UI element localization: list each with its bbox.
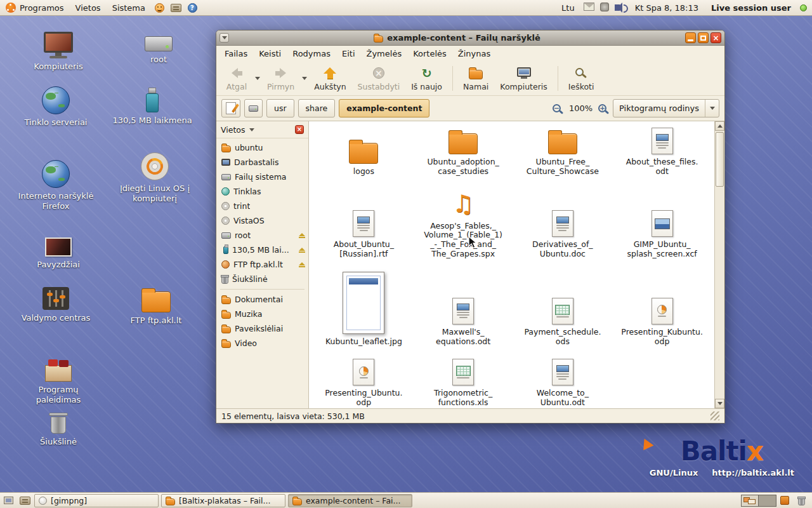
menu-sistema[interactable]: Sistema <box>107 0 151 15</box>
sidebar-item-muzika[interactable]: Muzika <box>216 307 308 321</box>
desktop-icon-kompiuteris[interactable]: Kompiuteris <box>18 32 99 72</box>
desktop-icon-ftp-ftp-akl-lt[interactable]: FTP ftp.akl.lt <box>115 287 197 326</box>
file-view[interactable]: logosUbuntu_adoption_ case_studiesUbuntu… <box>309 121 714 408</box>
path-segment-example-content[interactable]: example-content <box>339 99 429 117</box>
menubar-rodymas[interactable]: Rodymas <box>287 46 336 62</box>
presence-status-icon[interactable] <box>800 4 807 11</box>
sidebar-item-ubuntu[interactable]: ubuntu <box>216 140 308 155</box>
zoom-out-button[interactable] <box>553 104 563 112</box>
clock[interactable]: Kt Spa 8, 18:13 <box>631 3 702 13</box>
eject-button[interactable] <box>299 233 305 238</box>
scroll-down-button[interactable] <box>715 399 724 408</box>
volume-tray-button[interactable] <box>615 3 626 13</box>
scrollbar-thumb[interactable] <box>716 132 724 187</box>
sidebar-item-130-5-mb-lai[interactable]: 130,5 MB lai... <box>216 243 308 257</box>
taskbar-item-example-content-fai[interactable]: example-content – Fai... <box>288 494 412 507</box>
window-menu-button[interactable] <box>219 33 229 43</box>
file-ubuntu-free[interactable]: Ubuntu_Free_ Culture_Showcase <box>513 129 613 177</box>
taskbar-item-baltix-plakatas-fail[interactable]: [Baltix-plakatas – Fail... <box>161 494 285 507</box>
titlebar[interactable]: example-content – Failų naršyklė × <box>216 30 724 46</box>
view-mode-selector[interactable]: Piktogramų rodinys <box>613 99 719 117</box>
menubar-inynas[interactable]: Žinynas <box>452 46 496 62</box>
sidebar-item-tinklas[interactable]: Tinklas <box>216 184 308 199</box>
input-tray-button[interactable] <box>600 3 609 13</box>
file-trigonometric[interactable]: Trigonometric_ functions.xls <box>414 359 513 408</box>
sidebar-item-trint[interactable]: trint <box>216 199 308 213</box>
file-maxwell-s[interactable]: Maxwell's_ equations.odt <box>414 298 513 347</box>
menubar-eiti[interactable]: Eiti <box>336 46 361 62</box>
menubar-keisti[interactable]: Keisti <box>253 46 287 62</box>
desktop-icon-iuk-lin[interactable]: Šiukšlinė <box>18 413 99 447</box>
desktop-icon-valdymo-centras[interactable]: Valdymo centras <box>15 287 96 323</box>
show-desktop-button[interactable] <box>0 493 16 508</box>
toolbar-auk-tyn-button[interactable]: Aukštyn <box>308 63 351 94</box>
file-about-these-files[interactable]: About_these_files. odt <box>612 128 712 177</box>
file-payment-schedule[interactable]: Payment_schedule. ods <box>513 298 613 347</box>
desktop-icon-pavyzd-iai[interactable]: Pavyzdžiai <box>18 232 99 270</box>
menubar-failas[interactable]: Failas <box>219 46 253 62</box>
maximize-button[interactable] <box>698 32 709 43</box>
file-about-ubuntu[interactable]: About_Ubuntu_ [Russian].rtf <box>314 210 414 259</box>
file-presenting-kubuntu[interactable]: Presenting_Kubuntu. odp <box>612 298 712 347</box>
minimize-button[interactable] <box>685 32 696 43</box>
trash-applet-button[interactable] <box>793 493 809 508</box>
menu-vietos[interactable]: Vietos <box>70 0 107 15</box>
mail-tray-button[interactable] <box>584 3 594 13</box>
user-switcher[interactable]: Live session user <box>707 3 795 13</box>
workspace-1[interactable] <box>742 495 759 506</box>
panel-applet-button[interactable] <box>776 493 793 508</box>
sidebar-title[interactable]: Vietos <box>221 125 246 135</box>
file-logos[interactable]: logos <box>314 138 414 177</box>
sidebar-item-ftp-ftp-akl-lt[interactable]: FTP ftp.akl.lt <box>216 257 308 272</box>
scroll-up-button[interactable] <box>715 121 724 131</box>
toolbar-atgal-dropdown-button[interactable] <box>253 63 261 94</box>
desktop-icon-program[interactable]: Programų paleidimas <box>18 357 99 404</box>
taskbar-item-gimpng[interactable]: [gimpng] <box>34 494 159 507</box>
eject-button[interactable] <box>299 248 305 253</box>
menubar-ymel-s[interactable]: Žymelės <box>361 46 408 62</box>
zoom-in-button[interactable] <box>598 104 609 112</box>
vertical-scrollbar[interactable] <box>714 121 724 408</box>
help-launcher-button[interactable] <box>184 0 200 15</box>
toggle-location-entry-button[interactable] <box>221 99 240 117</box>
file-derivatives-of[interactable]: Derivatives_of_ Ubuntu.doc <box>513 210 613 259</box>
sidebar-item-darbastalis[interactable]: Darbastalis <box>216 155 308 170</box>
root-path-button[interactable] <box>244 99 263 117</box>
sidebar-item-root[interactable]: root <box>216 228 308 243</box>
sidebar-item-iuk-lin[interactable]: Šiukšlinė <box>216 272 308 286</box>
scrollbar-track[interactable] <box>715 131 724 399</box>
toolbar-pirmyn-dropdown-button[interactable] <box>300 63 308 94</box>
desktop-icon-root[interactable]: root <box>118 29 199 65</box>
desktop-icon-tinklo-serveriai[interactable]: Tinklo serveriai <box>15 86 96 128</box>
keyboard-layout-indicator[interactable]: Ltu <box>558 3 579 13</box>
drawer-launcher-button[interactable] <box>167 0 184 15</box>
toolbar-i-naujo-button[interactable]: Iš naujo <box>405 63 448 94</box>
face-launcher-button[interactable] <box>151 0 167 15</box>
sidebar-item-dokumentai[interactable]: Dokumentai <box>216 292 308 307</box>
desktop-icon-diegti-linux-os[interactable]: Įdiegti Linux OS į kompiuterį <box>114 152 195 203</box>
resize-grip[interactable] <box>710 411 719 420</box>
sidebar-item-video[interactable]: Video <box>216 336 308 351</box>
file-ubuntu-adoption[interactable]: Ubuntu_adoption_ case_studies <box>414 129 513 177</box>
toolbar-ie-koti-button[interactable]: Ieškoti <box>563 63 600 94</box>
toolbar-namai-button[interactable]: Namai <box>457 63 494 94</box>
menubar-kortel-s[interactable]: Kortelės <box>407 46 452 62</box>
file-kubuntu-leaflet-jpg[interactable]: Kubuntu_leaflet.jpg <box>314 272 414 347</box>
close-button[interactable]: × <box>710 32 721 43</box>
menu-programos[interactable]: Programos <box>0 0 70 15</box>
file-presenting-ubuntu[interactable]: Presenting_Ubuntu. odp <box>314 359 414 408</box>
sidebar-selector-arrow-icon[interactable] <box>249 128 254 131</box>
sidebar-item-fail-sistema[interactable]: Failų sistema <box>216 170 308 184</box>
desktop-icon-interneto-nar-ykl[interactable]: Interneto naršyklė Firefox <box>15 160 96 211</box>
desktop-icon-130-5-mb-laikmena[interactable]: 130,5 MB laikmena <box>112 86 193 126</box>
drawer-button[interactable] <box>16 493 33 508</box>
sidebar-item-vistaos[interactable]: VistaOS <box>216 213 308 228</box>
file-aesop-s-fables[interactable]: Aesop's_Fables,_ Volume_1_(Fable_1) _-_T… <box>414 189 513 259</box>
path-segment-share[interactable]: share <box>298 99 336 117</box>
toolbar-kompiuteris-button[interactable]: Kompiuteris <box>494 63 553 94</box>
path-segment-usr[interactable]: usr <box>266 99 294 117</box>
sidebar-item-paveiksl-liai[interactable]: Paveikslėliai <box>216 321 308 336</box>
workspace-switcher[interactable] <box>741 495 776 507</box>
workspace-2[interactable] <box>759 495 776 506</box>
file-gimp-ubuntu[interactable]: GIMP_Ubuntu_ splash_screen.xcf <box>612 210 712 259</box>
